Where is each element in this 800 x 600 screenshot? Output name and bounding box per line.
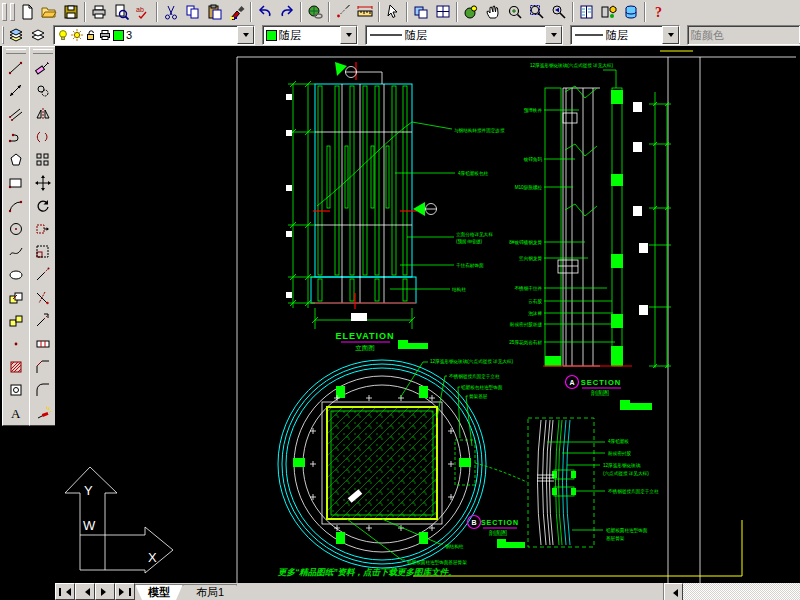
toolbar-grip[interactable] xyxy=(2,3,7,21)
spline-button[interactable] xyxy=(4,240,28,263)
layer-lock-icon[interactable] xyxy=(85,29,97,41)
circle-button[interactable] xyxy=(4,217,28,240)
new-button[interactable] xyxy=(16,1,38,23)
named-views-button[interactable] xyxy=(410,1,432,23)
array-button[interactable] xyxy=(31,148,55,171)
layer-states-button[interactable] xyxy=(27,24,49,46)
undo-button[interactable] xyxy=(254,1,276,23)
current-color-swatch xyxy=(266,30,277,41)
zoom-window-button[interactable] xyxy=(526,1,548,23)
open-button[interactable] xyxy=(38,1,60,23)
match-properties-button[interactable] xyxy=(226,1,248,23)
chamfer-button[interactable] xyxy=(31,355,55,378)
dbconnect-button[interactable] xyxy=(620,1,642,23)
zoom-realtime-button[interactable] xyxy=(504,1,526,23)
polyline-button[interactable] xyxy=(4,125,28,148)
construction-line-button[interactable] xyxy=(4,79,28,102)
cad-application-window: ab? 3 随层 随层 随层 xyxy=(0,0,800,600)
lineweight-combo-arrow[interactable] xyxy=(662,26,679,44)
extend-button[interactable] xyxy=(31,309,55,332)
toolbar-grip[interactable] xyxy=(2,26,4,44)
layer-combo[interactable]: 3 xyxy=(53,25,255,45)
designcenter-button[interactable] xyxy=(598,1,620,23)
viewports-icon xyxy=(435,4,451,20)
tab-layout1[interactable]: 布局1 xyxy=(183,584,237,600)
scale-button[interactable] xyxy=(31,240,55,263)
erase-button[interactable] xyxy=(31,56,55,79)
pan-realtime-button[interactable] xyxy=(482,1,504,23)
insert-hyperlink-button[interactable] xyxy=(304,1,326,23)
hatch-button[interactable] xyxy=(4,355,28,378)
layers-button[interactable] xyxy=(5,24,27,46)
toolbar-grip[interactable] xyxy=(33,49,53,54)
first-tab-button[interactable] xyxy=(55,583,75,600)
copy-button[interactable] xyxy=(182,1,204,23)
insert-block-icon xyxy=(8,290,24,306)
next-tab-button[interactable] xyxy=(95,583,115,600)
drawing-annotation: 镀锌角码 xyxy=(523,156,543,162)
horizontal-scrollbar[interactable] xyxy=(663,583,800,600)
paste-button[interactable] xyxy=(204,1,226,23)
polyline-icon xyxy=(8,129,24,145)
tab-model[interactable]: 模型 xyxy=(135,584,183,600)
last-tab-button[interactable] xyxy=(115,583,135,600)
break-button[interactable] xyxy=(31,332,55,355)
layer-freeze-sun-icon[interactable] xyxy=(71,29,83,41)
linetype-combo-arrow[interactable] xyxy=(545,26,562,44)
aerial-view-button[interactable] xyxy=(460,1,482,23)
copy-object-button[interactable] xyxy=(31,79,55,102)
mirror-button[interactable] xyxy=(31,102,55,125)
ellipse-button[interactable] xyxy=(4,263,28,286)
linetype-combo[interactable]: 随层 xyxy=(365,25,563,45)
snap-tracking-button[interactable] xyxy=(332,1,354,23)
make-block-button[interactable] xyxy=(4,309,28,332)
polygon-button[interactable] xyxy=(4,148,28,171)
fillet-button[interactable] xyxy=(31,378,55,401)
arc-button[interactable] xyxy=(4,194,28,217)
save-button[interactable] xyxy=(60,1,82,23)
toolbar-grip[interactable] xyxy=(6,49,26,54)
insert-hyperlink-icon xyxy=(307,4,323,20)
stretch-button[interactable] xyxy=(31,217,55,240)
offset-button[interactable] xyxy=(31,125,55,148)
print-preview-icon xyxy=(113,4,129,20)
properties-window-button[interactable] xyxy=(576,1,598,23)
explode-button[interactable] xyxy=(31,401,55,424)
layer-combo-arrow[interactable] xyxy=(237,26,254,44)
text-button[interactable]: A xyxy=(4,401,28,424)
print-preview-button[interactable] xyxy=(110,1,132,23)
line-button[interactable] xyxy=(4,56,28,79)
trim-button[interactable] xyxy=(31,286,55,309)
lineweight-combo[interactable]: 随层 xyxy=(570,25,680,45)
move-button[interactable] xyxy=(31,171,55,194)
toolbar-separator xyxy=(456,2,458,22)
insert-block-button[interactable] xyxy=(4,286,28,309)
scroll-left-button[interactable] xyxy=(664,583,683,600)
rectangle-button[interactable] xyxy=(4,171,28,194)
distance-button[interactable] xyxy=(354,1,376,23)
region-button[interactable] xyxy=(4,378,28,401)
cut-button[interactable] xyxy=(160,1,182,23)
chamfer-icon xyxy=(35,359,51,375)
prev-tab-button[interactable] xyxy=(75,583,95,600)
point-button[interactable] xyxy=(4,332,28,355)
layer-plot-icon[interactable] xyxy=(99,29,111,41)
drawing-annotation: 与钢结构转接件固定连接 xyxy=(454,127,505,134)
color-combo-arrow[interactable] xyxy=(340,26,357,44)
scrollbar-track[interactable] xyxy=(683,583,800,600)
quick-select-button[interactable] xyxy=(382,1,404,23)
rotate-button[interactable] xyxy=(31,194,55,217)
drawing-annotation: 25厚花岗岩石材 xyxy=(509,339,542,346)
multiline-button[interactable] xyxy=(4,102,28,125)
layer-on-bulb-icon[interactable] xyxy=(57,29,69,41)
help-button[interactable]: ? xyxy=(648,1,670,23)
redo-button[interactable] xyxy=(276,1,298,23)
lengthen-button[interactable] xyxy=(31,263,55,286)
toolbar-grip[interactable] xyxy=(10,3,15,21)
color-combo[interactable]: 随层 xyxy=(262,25,358,45)
plot-button[interactable] xyxy=(88,1,110,23)
viewports-button[interactable] xyxy=(432,1,454,23)
drawing-canvas[interactable]: ELEVATION 立面图 xyxy=(55,46,800,583)
zoom-previous-button[interactable] xyxy=(548,1,570,23)
spelling-button[interactable]: ab xyxy=(132,1,154,23)
